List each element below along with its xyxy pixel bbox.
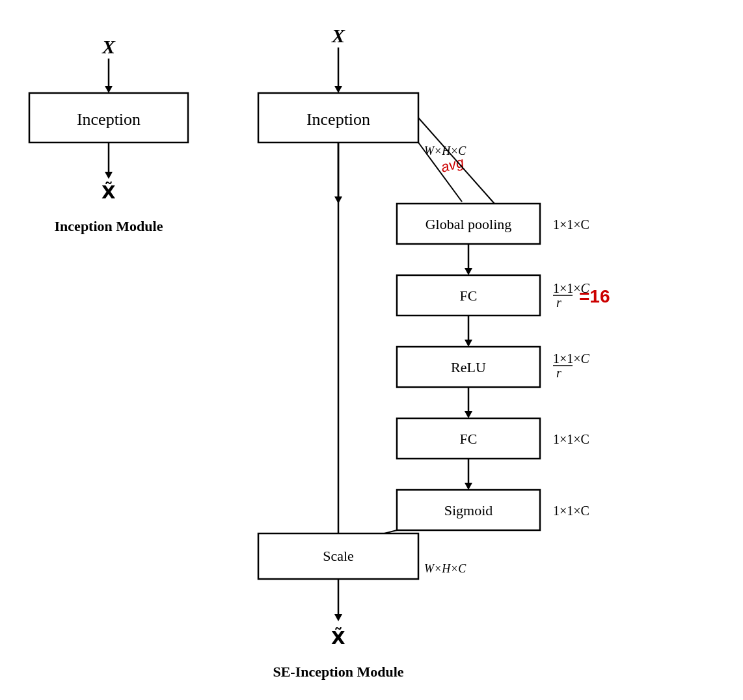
- right-x-label: X: [331, 25, 345, 46]
- svg-marker-9: [334, 196, 342, 204]
- right-inception-label: Inception: [306, 110, 370, 129]
- scale-label: Scale: [323, 548, 354, 564]
- svg-marker-19: [465, 483, 472, 490]
- right-module-label: SE-Inception Module: [273, 664, 403, 680]
- left-x-label: X: [101, 36, 116, 57]
- svg-marker-27: [334, 614, 342, 621]
- whc-label-bottom: W×H×C: [424, 562, 466, 575]
- svg-marker-14: [465, 340, 472, 347]
- left-xtilde-label: X̃: [101, 182, 116, 202]
- dim1-label: 1×1×C: [553, 217, 589, 232]
- dim5-label: 1×1×C: [553, 504, 589, 518]
- svg-marker-5: [334, 86, 342, 93]
- left-inception-label: Inception: [77, 110, 141, 129]
- fc2-label: FC: [460, 431, 478, 447]
- svg-marker-11: [465, 268, 472, 275]
- svg-line-28: [418, 118, 494, 204]
- dim4-label: 1×1×C: [553, 432, 589, 446]
- equals-16-label: =16: [579, 286, 610, 306]
- dim3-r-label: r: [556, 366, 561, 380]
- global-pooling-label: Global pooling: [426, 216, 512, 232]
- svg-marker-17: [465, 411, 472, 418]
- svg-marker-1: [105, 86, 113, 93]
- dim3-label: 1×1×C: [553, 351, 590, 366]
- fc1-label: FC: [460, 288, 478, 304]
- svg-marker-3: [105, 172, 113, 179]
- left-module-label: Inception Module: [55, 218, 163, 234]
- sigmoid-label: Sigmoid: [444, 502, 493, 518]
- dim2-r-label: r: [556, 295, 561, 310]
- relu-label: ReLU: [451, 359, 486, 375]
- right-xtilde-label: X̃: [331, 627, 345, 648]
